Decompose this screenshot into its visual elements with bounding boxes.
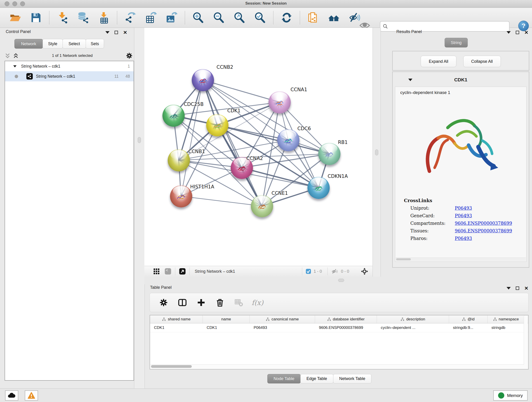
save-session-icon[interactable]	[30, 12, 42, 24]
section-title: CDK1	[454, 77, 467, 83]
show-columns-icon[interactable]	[178, 298, 187, 307]
collection-expand-icon[interactable]	[13, 65, 17, 67]
panel-close-icon[interactable]: ✕	[524, 286, 528, 291]
tab-network-table[interactable]: Network Table	[333, 374, 372, 383]
node-table[interactable]: shared namenamecanonical namedatabase id…	[150, 315, 529, 370]
table-horizontal-scrollbar[interactable]	[151, 364, 524, 369]
network-node-ccne1[interactable]	[251, 195, 273, 217]
first-neighbors-icon[interactable]	[328, 12, 340, 24]
network-node-ccnb2[interactable]	[192, 69, 214, 91]
zoom-selected-icon[interactable]	[254, 12, 266, 24]
crosslink-value-link[interactable]: 9606.ENSP00000378699	[455, 221, 512, 226]
left-splitter-grip[interactable]	[138, 137, 141, 143]
selected-checkbox-icon[interactable]	[305, 268, 311, 275]
warning-button[interactable]	[25, 390, 38, 401]
network-overview-icon[interactable]	[164, 268, 172, 275]
network-collection-row[interactable]: String Network – cdk1 1	[5, 61, 133, 71]
tab-edge-table[interactable]: Edge Table	[300, 374, 333, 383]
control-panel-tabs: Network Style Select Sets	[14, 39, 104, 49]
results-scrollbar[interactable]	[396, 258, 526, 261]
export-table-icon[interactable]	[145, 12, 157, 24]
string-network-icon	[26, 73, 33, 80]
expand-all-button[interactable]: Expand All	[421, 56, 456, 67]
collection-label: String Network – cdk1	[21, 64, 60, 69]
network-node-label: HIST1H1A	[190, 184, 214, 190]
column-header--id[interactable]: @id	[449, 315, 488, 323]
table-row[interactable]: CDK1CDK1P064939606.ENSP00000378699cyclin…	[150, 323, 528, 332]
column-header-name[interactable]: name	[203, 315, 250, 323]
right-splitter-grip[interactable]	[375, 149, 378, 155]
tab-style[interactable]: Style	[43, 39, 63, 49]
section-collapse-icon[interactable]	[408, 79, 412, 81]
column-header-namespace[interactable]: namespace	[488, 315, 525, 323]
memory-button[interactable]: Memory	[493, 390, 528, 401]
crosslink-value-link[interactable]: P06493	[455, 206, 472, 211]
network-view[interactable]: CCNB2CCNA1CDC25BCDK1CDC6RB1CCNB1CCNA2CDK…	[144, 28, 373, 266]
tab-select[interactable]: Select	[63, 39, 86, 49]
network-node-cdc25b[interactable]	[162, 104, 185, 127]
tab-network[interactable]: Network	[14, 39, 43, 49]
panel-menu-icon[interactable]	[507, 31, 511, 34]
add-column-icon[interactable]	[196, 298, 206, 307]
horizontal-splitter-grip[interactable]	[338, 279, 344, 282]
collapse-all-button[interactable]: Collapse All	[463, 56, 501, 67]
right-splitter[interactable]	[373, 28, 381, 278]
apply-layout-icon[interactable]	[280, 12, 293, 24]
network-node-cdk1[interactable]	[206, 114, 228, 136]
network-row[interactable]: String Network – cdk1 11 48	[5, 71, 133, 81]
panel-menu-icon[interactable]	[507, 287, 511, 289]
column-header-database-identifier[interactable]: database identifier	[315, 315, 377, 323]
panel-float-icon[interactable]	[114, 31, 118, 34]
tab-sets[interactable]: Sets	[86, 39, 104, 49]
crosslink-value-link[interactable]: P06493	[455, 236, 472, 241]
export-network-icon[interactable]	[124, 12, 137, 24]
zoom-fit-icon[interactable]	[233, 12, 246, 24]
network-node-label: CDKN1A	[328, 173, 348, 179]
network-node-cdc6[interactable]	[277, 129, 299, 151]
import-table-icon[interactable]	[98, 12, 110, 24]
column-header-description[interactable]: description	[377, 315, 449, 323]
center-view-icon[interactable]	[361, 268, 368, 275]
hidden-eye-icon[interactable]	[331, 268, 339, 275]
collapse-all-icon[interactable]	[5, 53, 11, 59]
cloud-status-button[interactable]	[5, 390, 18, 401]
crosslink-label: Pharos:	[410, 236, 455, 241]
network-node-ccna1[interactable]	[268, 91, 291, 114]
network-node-rb1[interactable]	[318, 143, 341, 165]
network-node-hist1h1a[interactable]	[170, 185, 192, 207]
crosslink-value-link[interactable]: 9606.ENSP00000378699	[455, 228, 512, 234]
table-cell: cyclin–dependent ...	[377, 323, 449, 332]
zoom-out-icon[interactable]	[213, 12, 225, 24]
table-vertical-scrollbar[interactable]	[524, 316, 528, 369]
crosslink-value-link[interactable]: P06493	[455, 213, 472, 218]
protein-structure-image	[417, 102, 504, 189]
import-network-icon[interactable]	[56, 12, 69, 24]
open-session-icon[interactable]	[9, 12, 22, 24]
birdseye-grid-icon[interactable]	[152, 268, 160, 275]
expand-all-icon[interactable]	[13, 53, 19, 59]
panel-float-icon[interactable]	[516, 31, 519, 34]
table-settings-icon[interactable]	[159, 298, 168, 307]
left-splitter[interactable]	[134, 28, 145, 389]
panel-close-icon[interactable]: ✕	[123, 30, 127, 35]
zoom-in-icon[interactable]	[192, 12, 204, 24]
panel-menu-icon[interactable]	[105, 31, 109, 34]
export-image-icon[interactable]	[165, 12, 178, 24]
delete-column-icon[interactable]	[215, 298, 225, 307]
network-options-gear-icon[interactable]	[126, 52, 133, 59]
open-in-window-icon[interactable]	[178, 268, 186, 275]
duplicate-network-icon[interactable]	[307, 12, 319, 24]
horizontal-splitter[interactable]	[144, 277, 532, 284]
network-node-ccnb1[interactable]	[168, 149, 190, 172]
column-header-canonical-name[interactable]: canonical name	[250, 315, 315, 323]
import-network-from-database-icon[interactable]	[77, 12, 89, 24]
column-header-shared-name[interactable]: shared name	[150, 315, 203, 323]
network-node-cdkn1a[interactable]	[307, 177, 330, 199]
tab-string[interactable]: String	[444, 38, 468, 47]
toolbar-separator	[117, 11, 117, 24]
panel-float-icon[interactable]	[516, 287, 519, 290]
network-node-label: CCNB1	[188, 149, 205, 154]
tab-node-table[interactable]: Node Table	[267, 374, 301, 383]
panel-close-icon[interactable]: ✕	[524, 30, 528, 35]
network-current-dot	[15, 75, 18, 78]
